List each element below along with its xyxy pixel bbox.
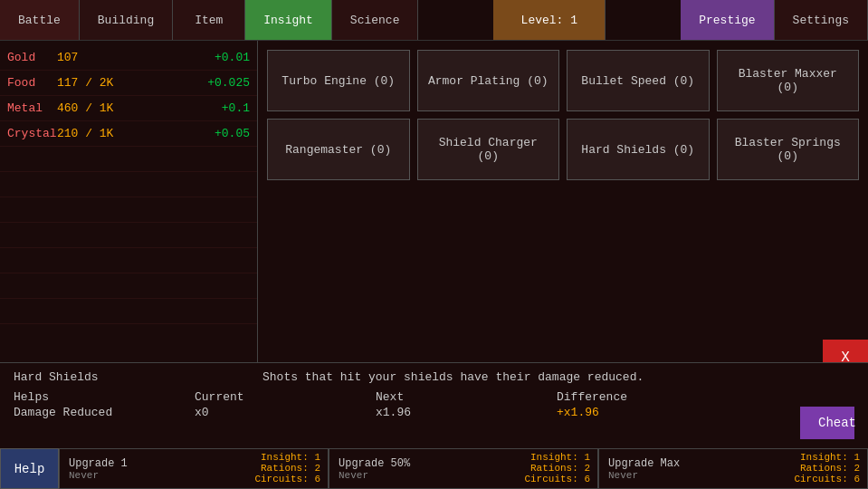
resource-food: Food 117 / 2K +0.025 — [0, 71, 257, 96]
upgrade-1-circuits: Circuits: 6 — [254, 474, 320, 484]
upgrade-50-insight: Insight: 1 — [524, 452, 590, 463]
resource-metal-rate: +0.1 — [196, 101, 250, 115]
resource-food-name: Food — [7, 76, 57, 90]
header-label: Helps — [14, 390, 195, 404]
nav-level: Level: 1 — [493, 0, 606, 40]
resource-crystal-value: 210 / 1K — [57, 127, 196, 140]
resource-empty-4 — [0, 223, 257, 248]
nav-prestige[interactable]: Prestige — [681, 0, 774, 40]
info-description: Shots that hit your shields have their d… — [262, 370, 644, 384]
upgrade-rangemaster[interactable]: Rangemaster (0) — [267, 119, 410, 180]
bottom-upgrades: Help Upgrade 1 Never Insight: 1 Rations:… — [0, 448, 868, 489]
upgrade-50-label: Upgrade 50% — [339, 457, 410, 470]
upgrade-max-rations: Rations: 2 — [794, 463, 860, 474]
nav-settings[interactable]: Settings — [775, 0, 868, 40]
help-button[interactable]: Help — [0, 448, 59, 489]
resource-gold-value: 107 — [57, 51, 196, 64]
cheat-button[interactable]: Cheat — [800, 407, 854, 439]
nav-spacer — [418, 0, 493, 40]
header-difference: Difference — [557, 390, 738, 404]
left-panel: Gold 107 +0.01 Food 117 / 2K +0.025 Meta… — [0, 41, 258, 394]
main-area: Gold 107 +0.01 Food 117 / 2K +0.025 Meta… — [0, 41, 868, 394]
upgrade-max-circuits: Circuits: 6 — [794, 474, 860, 484]
info-row-next: x1.96 — [376, 406, 557, 419]
resource-empty-6 — [0, 273, 257, 299]
nav-item[interactable]: Item — [173, 0, 245, 40]
upgrade-max-sub: Never — [608, 470, 638, 481]
upgrade-50-circuits: Circuits: 6 — [524, 474, 590, 484]
top-nav: Battle Building Item Insight Science Lev… — [0, 0, 868, 41]
resource-metal-value: 460 / 1K — [57, 101, 196, 115]
upgrade-max-label: Upgrade Max — [608, 457, 680, 470]
resource-crystal-name: Crystal — [7, 127, 57, 140]
upgrade-armor-plating[interactable]: Armor Plating (0) — [417, 50, 560, 111]
info-panel: Hard Shields Shots that hit your shields… — [0, 362, 868, 448]
info-title: Hard Shields — [14, 370, 99, 384]
upgrade-1-rations: Rations: 2 — [254, 463, 320, 474]
info-row-label: Damage Reduced — [14, 406, 195, 419]
upgrade-blaster-maxxer[interactable]: Blaster Maxxer (0) — [717, 50, 860, 111]
resource-crystal: Crystal 210 / 1K +0.05 — [0, 121, 257, 147]
upgrade-1-button[interactable]: Upgrade 1 Never Insight: 1 Rations: 2 Ci… — [59, 448, 329, 489]
upgrade-1-insight: Insight: 1 — [254, 452, 320, 463]
nav-battle[interactable]: Battle — [0, 0, 80, 40]
resource-empty-7 — [0, 299, 257, 324]
header-next: Next — [376, 390, 557, 404]
info-row-damage: Damage Reduced x0 x1.96 +x1.96 — [0, 404, 706, 421]
resource-crystal-rate: +0.05 — [196, 127, 250, 140]
upgrade-50-cost: Insight: 1 Rations: 2 Circuits: 6 — [524, 452, 590, 484]
info-table-header: Helps Current Next Difference — [0, 390, 706, 404]
resource-empty-1 — [0, 147, 257, 172]
upgrade-max-insight: Insight: 1 — [794, 452, 860, 463]
upgrade-hard-shields[interactable]: Hard Shields (0) — [567, 119, 710, 180]
resource-gold-name: Gold — [7, 51, 57, 64]
nav-spacer2 — [606, 0, 681, 40]
info-table: Helps Current Next Difference Damage Red… — [0, 390, 706, 421]
upgrade-50-sub: Never — [339, 470, 368, 481]
resource-metal: Metal 460 / 1K +0.1 — [0, 96, 257, 121]
upgrade-1-label: Upgrade 1 — [69, 457, 128, 470]
upgrade-50-button[interactable]: Upgrade 50% Never Insight: 1 Rations: 2 … — [329, 448, 598, 489]
upgrade-max-cost: Insight: 1 Rations: 2 Circuits: 6 — [794, 452, 860, 484]
upgrade-turbo-engine[interactable]: Turbo Engine (0) — [267, 50, 410, 111]
upgrade-blaster-springs[interactable]: Blaster Springs (0) — [717, 119, 860, 180]
upgrade-shield-charger[interactable]: Shield Charger (0) — [417, 119, 560, 180]
resource-gold: Gold 107 +0.01 — [0, 45, 257, 71]
nav-building[interactable]: Building — [80, 0, 173, 40]
upgrade-bullet-speed[interactable]: Bullet Speed (0) — [567, 50, 710, 111]
upgrade-max-button[interactable]: Upgrade Max Never Insight: 1 Rations: 2 … — [598, 448, 868, 489]
info-row-current: x0 — [195, 406, 376, 419]
upgrade-1-sub: Never — [69, 470, 99, 481]
upgrades-panel: Turbo Engine (0) Armor Plating (0) Bulle… — [258, 41, 868, 394]
nav-science[interactable]: Science — [332, 0, 419, 40]
resource-food-value: 117 / 2K — [57, 76, 196, 90]
header-current: Current — [195, 390, 376, 404]
resource-metal-name: Metal — [7, 101, 57, 115]
resource-empty-2 — [0, 172, 257, 197]
upgrade-1-cost: Insight: 1 Rations: 2 Circuits: 6 — [254, 452, 320, 484]
resource-food-rate: +0.025 — [196, 76, 250, 90]
nav-insight[interactable]: Insight — [245, 0, 332, 40]
resource-gold-rate: +0.01 — [196, 51, 250, 64]
resource-empty-3 — [0, 197, 257, 223]
resource-empty-5 — [0, 248, 257, 273]
upgrade-50-rations: Rations: 2 — [524, 463, 590, 474]
info-row-diff: +x1.96 — [557, 406, 738, 419]
